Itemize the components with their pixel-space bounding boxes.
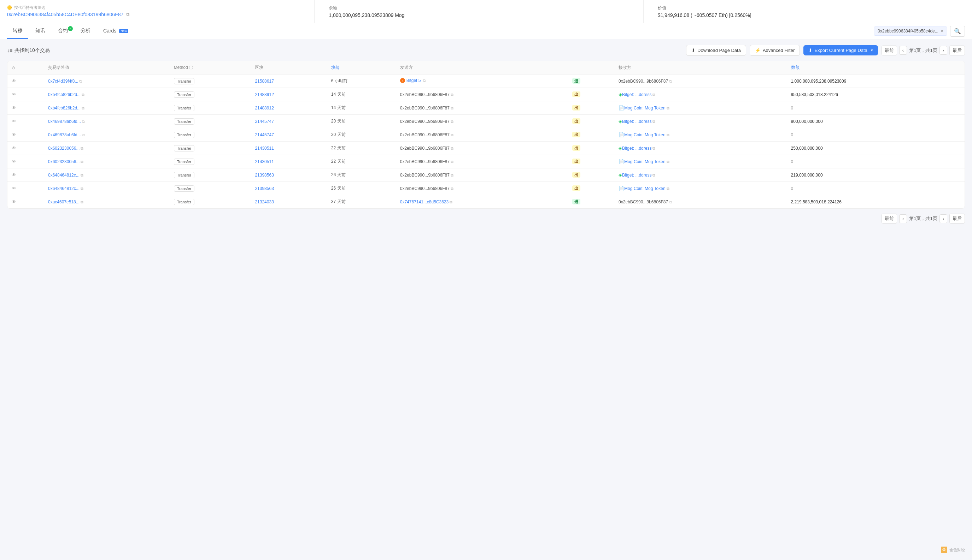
tab-news[interactable]: 知讯 (30, 23, 51, 39)
eye-icon[interactable]: 👁 (12, 159, 16, 164)
copy-to-icon[interactable]: ⧉ (667, 106, 669, 110)
eye-icon[interactable]: 👁 (12, 145, 16, 151)
copy-tx-icon[interactable]: ⧉ (82, 119, 85, 123)
table-row: 👁0x648464812c...⧉Transfer2139856326 天前0x… (7, 168, 965, 182)
block-link[interactable]: 21324033 (255, 200, 274, 205)
last-page-btn[interactable]: 最后 (949, 45, 965, 55)
to-named-link[interactable]: Mog Coin: Mog Token (624, 132, 666, 137)
copy-from-icon[interactable]: ⧉ (451, 93, 453, 97)
eye-icon[interactable]: 👁 (12, 92, 16, 97)
copy-from-icon[interactable]: ⧉ (451, 119, 453, 123)
bottom-prev-btn[interactable]: ‹ (899, 214, 907, 223)
block-link[interactable]: 21398563 (255, 173, 274, 178)
from-named-link[interactable]: Bitget 5 (407, 78, 421, 83)
tx-hash-link[interactable]: 0x7cf4d39f4f8... (48, 79, 78, 84)
block-link[interactable]: 21488912 (255, 105, 274, 110)
tab-transfer[interactable]: 转移 (7, 23, 28, 39)
copy-to-icon[interactable]: ⧉ (669, 200, 672, 204)
to-named-link[interactable]: Bitget: ...ddress (622, 119, 651, 124)
tx-hash-link[interactable]: 0x648464812c... (48, 186, 80, 191)
method-help-icon[interactable]: ⓘ (189, 65, 193, 70)
to-named-link[interactable]: Mog Coin: Mog Token (624, 186, 666, 191)
tx-hash-link[interactable]: 0xb4fcb826b2d... (48, 105, 80, 110)
copy-to-icon[interactable]: ⧉ (667, 187, 669, 191)
copy-to-icon[interactable]: ⧉ (669, 79, 672, 83)
tab-cards[interactable]: Cards New (97, 24, 134, 38)
copy-address-icon[interactable]: ⧉ (126, 12, 129, 17)
tx-hash-link[interactable]: 0x469878ab6fd... (48, 132, 81, 137)
bottom-next-btn[interactable]: › (940, 214, 947, 223)
block-link[interactable]: 21430511 (255, 146, 274, 151)
copy-to-icon[interactable]: ⧉ (652, 173, 655, 177)
copy-from-icon[interactable]: ⧉ (451, 187, 453, 191)
tx-hash-link[interactable]: 0x469878ab6fd... (48, 119, 81, 124)
next-page-btn[interactable]: › (940, 46, 947, 55)
copy-to-icon[interactable]: ⧉ (667, 133, 669, 137)
tab-contract[interactable]: 合约 ✓ (52, 23, 74, 39)
advanced-filter-button[interactable]: ⚡ Advanced Filter (749, 45, 800, 56)
chip-close-btn[interactable]: × (940, 28, 944, 34)
bottom-last-btn[interactable]: 最后 (949, 213, 965, 223)
prev-page-btn[interactable]: ‹ (899, 46, 907, 55)
amount-cell: 0 (791, 186, 793, 191)
copy-tx-icon[interactable]: ⧉ (80, 146, 84, 150)
eye-icon[interactable]: 👁 (12, 105, 16, 110)
eye-icon[interactable]: 👁 (12, 199, 16, 205)
to-named-link[interactable]: Mog Coin: Mog Token (624, 159, 666, 164)
tx-hash-link[interactable]: 0x6023230056... (48, 159, 80, 164)
copy-from-icon[interactable]: ⧉ (450, 200, 452, 204)
to-named-link[interactable]: Mog Coin: Mog Token (624, 105, 666, 110)
tx-hash-link[interactable]: 0xb4fcb826b2d... (48, 92, 80, 97)
eye-icon[interactable]: 👁 (12, 78, 16, 84)
tab-analysis[interactable]: 分析 (75, 23, 96, 39)
col-amount[interactable]: 数额 (787, 61, 965, 75)
to-named-link[interactable]: Bitget: ...ddress (622, 146, 651, 151)
copy-from-icon[interactable]: ⧉ (451, 146, 453, 150)
first-page-btn[interactable]: 最前 (882, 45, 897, 55)
method-badge: Transfer (174, 105, 195, 111)
eye-icon[interactable]: 👁 (12, 172, 16, 178)
block-link[interactable]: 21488912 (255, 92, 274, 97)
tx-hash-link[interactable]: 0x648464812c... (48, 173, 80, 178)
copy-tx-icon[interactable]: ⧉ (82, 133, 85, 137)
eye-icon[interactable]: 👁 (12, 132, 16, 137)
copy-tx-icon[interactable]: ⧉ (82, 93, 84, 97)
method-badge: Transfer (174, 172, 195, 178)
from-addr-link[interactable]: 0x74767141...c8d5C3623 (400, 200, 448, 205)
export-current-page-button[interactable]: ⬇ Export Current Page Data ▾ (803, 45, 878, 55)
to-named-link[interactable]: Bitget: ...ddress (622, 92, 651, 97)
block-link[interactable]: 21445747 (255, 132, 274, 137)
block-link[interactable]: 21588617 (255, 79, 274, 84)
col-age[interactable]: 块龄 (327, 61, 396, 75)
tx-hash-link[interactable]: 0xac4607e518... (48, 200, 80, 205)
copy-from-icon[interactable]: ⧉ (451, 160, 453, 164)
eye-icon[interactable]: 👁 (12, 186, 16, 191)
download-btn-label: Download Page Data (698, 48, 741, 53)
download-page-data-button[interactable]: ⬇ Download Page Data (686, 45, 746, 56)
copy-tx-icon[interactable]: ⧉ (80, 160, 84, 164)
copy-from-icon[interactable]: ⧉ (423, 78, 426, 83)
search-button[interactable]: 🔍 (950, 26, 965, 37)
copy-tx-icon[interactable]: ⧉ (80, 187, 84, 191)
to-named-link[interactable]: Bitget: ...ddress (622, 173, 651, 178)
copy-to-icon[interactable]: ⧉ (652, 146, 655, 150)
block-link[interactable]: 21445747 (255, 119, 274, 124)
block-link[interactable]: 21430511 (255, 159, 274, 164)
copy-from-icon[interactable]: ⧉ (451, 173, 453, 177)
copy-to-icon[interactable]: ⧉ (652, 93, 655, 97)
copy-to-icon[interactable]: ⧉ (652, 119, 655, 123)
bitget-icon: ◈ (619, 92, 622, 97)
address-link[interactable]: 0x2ebBC9906384f405b58C4DE80f083199b6806F… (7, 12, 123, 17)
tx-hash-link[interactable]: 0x6023230056... (48, 146, 80, 151)
copy-tx-icon[interactable]: ⧉ (79, 79, 82, 83)
bottom-first-btn[interactable]: 最前 (882, 213, 897, 223)
eye-icon[interactable]: 👁 (12, 118, 16, 124)
copy-tx-icon[interactable]: ⧉ (80, 173, 84, 177)
copy-tx-icon[interactable]: ⧉ (82, 106, 84, 110)
block-link[interactable]: 21398563 (255, 186, 274, 191)
help-circle-icon[interactable]: ⊙ (12, 65, 15, 70)
copy-from-icon[interactable]: ⧉ (451, 106, 453, 110)
copy-to-icon[interactable]: ⧉ (667, 160, 669, 164)
copy-tx-icon[interactable]: ⧉ (80, 200, 84, 204)
copy-from-icon[interactable]: ⧉ (451, 133, 453, 137)
